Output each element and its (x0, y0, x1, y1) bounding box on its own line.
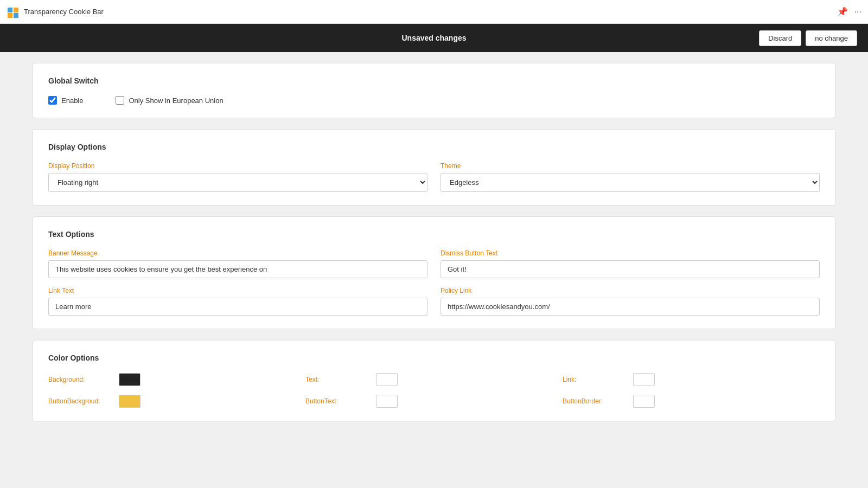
link-color-label: Link: (563, 376, 628, 383)
button-border-swatch[interactable] (633, 395, 655, 408)
background-row: Background: (48, 373, 305, 386)
policy-group: Policy Link (441, 287, 820, 316)
button-bg-row: ButtonBackgroud: (48, 395, 305, 408)
nochange-button[interactable]: no change (806, 30, 857, 46)
header-actions: Discard no change (759, 30, 857, 46)
display-options-card: Display Options Display Position Floatin… (33, 129, 835, 206)
button-text-swatch[interactable] (376, 395, 398, 408)
enable-checkbox[interactable] (48, 96, 57, 105)
display-options-title: Display Options (48, 143, 820, 151)
eu-label[interactable]: Only Show in European Union (116, 96, 223, 105)
display-options-row: Display Position Floating right Floating… (48, 162, 820, 192)
banner-input[interactable] (48, 260, 427, 278)
dismiss-label: Dismiss Button Text (441, 249, 820, 257)
svg-rect-0 (8, 8, 12, 12)
banner-label: Banner Message (48, 249, 427, 257)
unsaved-changes-title: Unsaved changes (401, 34, 466, 42)
text-color-row: Text: (305, 373, 563, 386)
header-bar: Unsaved changes Discard no change (0, 24, 868, 52)
text-options-grid: Banner Message Dismiss Button Text Link … (48, 249, 820, 316)
app-icon (7, 5, 20, 18)
eu-text: Only Show in European Union (129, 97, 223, 105)
text-color-swatch[interactable] (376, 373, 398, 386)
link-text-label: Link Text (48, 287, 427, 294)
eu-checkbox[interactable] (116, 96, 124, 105)
pin-icon[interactable]: 📌 (837, 7, 848, 17)
global-switch-card: Global Switch Enable Only Show in Europe… (33, 63, 835, 118)
background-swatch[interactable] (119, 373, 141, 386)
banner-group: Banner Message (48, 249, 427, 278)
theme-group: Theme Edgeless Classic Modern (441, 162, 820, 192)
link-color-row: Link: (563, 373, 820, 386)
position-group: Display Position Floating right Floating… (48, 162, 427, 192)
svg-rect-2 (8, 13, 12, 18)
button-bg-swatch[interactable] (119, 395, 141, 408)
theme-label: Theme (441, 162, 820, 170)
policy-input[interactable] (441, 298, 820, 316)
switch-row: Enable Only Show in European Union (48, 96, 820, 105)
dismiss-group: Dismiss Button Text (441, 249, 820, 278)
button-border-label: ButtonBorder: (563, 397, 628, 405)
top-bar-left: Transparency Cookie Bar (7, 5, 104, 18)
top-bar: Transparency Cookie Bar 📌 ··· (0, 0, 868, 24)
position-label: Display Position (48, 162, 427, 170)
background-label: Background: (48, 376, 113, 383)
position-select[interactable]: Floating right Floating left Top Bottom (48, 173, 427, 192)
enable-label[interactable]: Enable (48, 96, 83, 105)
button-border-row: ButtonBorder: (563, 395, 820, 408)
global-switch-title: Global Switch (48, 76, 820, 85)
text-color-label: Text: (305, 376, 371, 383)
button-text-label: ButtonText: (305, 397, 371, 405)
color-options-card: Color Options Background: Text: Link: Bu… (33, 340, 835, 421)
more-icon[interactable]: ··· (854, 7, 861, 17)
svg-rect-1 (14, 8, 18, 12)
svg-rect-3 (14, 13, 18, 18)
button-bg-label: ButtonBackgroud: (48, 397, 113, 405)
text-options-card: Text Options Banner Message Dismiss Butt… (33, 216, 835, 329)
enable-text: Enable (61, 97, 83, 105)
main-content: Global Switch Enable Only Show in Europe… (0, 52, 868, 443)
policy-label: Policy Link (441, 287, 820, 294)
app-title: Transparency Cookie Bar (24, 8, 104, 16)
link-text-group: Link Text (48, 287, 427, 316)
link-text-input[interactable] (48, 298, 427, 316)
button-text-row: ButtonText: (305, 395, 563, 408)
text-options-title: Text Options (48, 230, 820, 239)
discard-button[interactable]: Discard (759, 30, 801, 46)
dismiss-input[interactable] (441, 260, 820, 278)
theme-select[interactable]: Edgeless Classic Modern (441, 173, 820, 192)
color-options-title: Color Options (48, 354, 820, 362)
link-color-swatch[interactable] (633, 373, 655, 386)
top-bar-right: 📌 ··· (837, 7, 861, 17)
color-options-grid: Background: Text: Link: ButtonBackgroud:… (48, 373, 820, 408)
